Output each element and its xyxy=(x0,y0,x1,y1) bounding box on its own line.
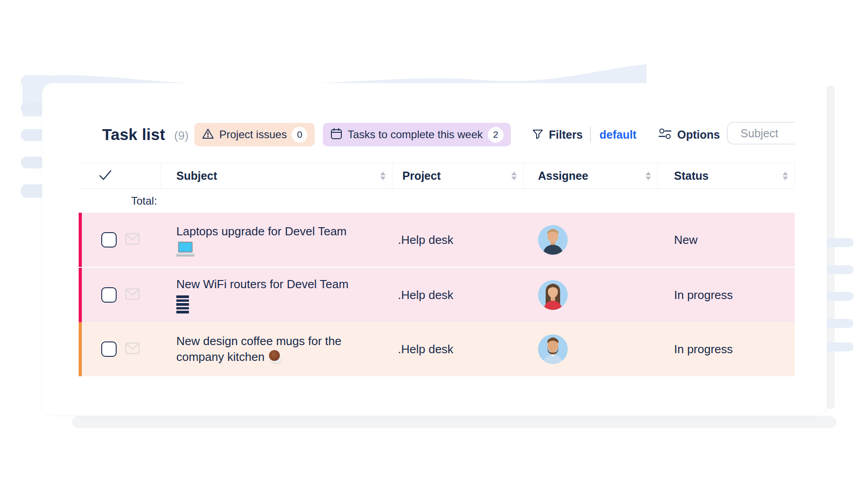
status-value: In progress xyxy=(674,341,733,357)
row-checkbox[interactable] xyxy=(101,232,117,248)
chip-count-badge: 2 xyxy=(488,127,504,143)
subject-search-input[interactable] xyxy=(727,122,795,145)
task-subject: New WiFi routers for Devel Team xyxy=(176,276,349,292)
page-title: Task list xyxy=(102,126,165,144)
subject-cell[interactable]: New design coffee mugs for the company k… xyxy=(161,322,392,376)
status-value: In progress xyxy=(674,287,733,303)
man-beard-avatar[interactable] xyxy=(538,334,568,364)
warning-triangle-icon xyxy=(202,128,214,141)
status-cell: In progress xyxy=(658,322,795,376)
task-table: Subject Project Assignee Status Total: xyxy=(79,163,795,376)
background-strip xyxy=(827,86,835,409)
total-row: Total: xyxy=(79,189,795,213)
background-shape xyxy=(827,319,854,328)
row-checkbox[interactable] xyxy=(101,341,117,357)
column-header-subject[interactable]: Subject xyxy=(161,163,392,188)
project-cell: .Help desk xyxy=(392,268,524,322)
table-row[interactable]: New design coffee mugs for the company k… xyxy=(79,322,795,376)
sort-arrows-icon[interactable] xyxy=(646,172,651,180)
default-filter-link[interactable]: default xyxy=(599,123,637,146)
laptop-icon xyxy=(176,242,194,257)
column-header-project[interactable]: Project xyxy=(392,163,524,188)
project-cell: .Help desk xyxy=(392,213,524,267)
filters-label: Filters xyxy=(549,128,583,141)
background-shape xyxy=(827,342,854,351)
table-row[interactable]: New WiFi routers for Devel Team .Help de… xyxy=(79,267,795,322)
row-checkbox[interactable] xyxy=(101,287,117,303)
subject-cell[interactable]: Laptops upgrade for Devel Team xyxy=(161,213,392,267)
search-field-wrapper xyxy=(727,122,795,147)
project-name: .Help desk xyxy=(398,232,453,248)
project-name: .Help desk xyxy=(398,341,453,357)
select-all-header[interactable] xyxy=(79,163,161,188)
signal-bars-icon xyxy=(176,294,349,313)
background-shape xyxy=(827,292,854,301)
coffee-icon xyxy=(268,350,282,364)
sort-arrows-icon[interactable] xyxy=(380,172,386,180)
task-count: (9) xyxy=(174,129,189,143)
woman-long-hair-avatar[interactable] xyxy=(538,280,568,310)
total-label: Total: xyxy=(131,195,157,207)
task-list-screen: Task list (9) Project issues 0 Tasks to … xyxy=(0,0,868,486)
assignee-cell xyxy=(524,213,658,267)
sort-arrows-icon[interactable] xyxy=(511,172,517,180)
envelope-icon[interactable] xyxy=(125,288,140,302)
chip-label: Tasks to complete this week xyxy=(348,128,483,141)
task-subject: Laptops upgrade for Devel Team xyxy=(176,224,347,239)
card-shadow xyxy=(72,416,836,428)
task-list-card: Task list (9) Project issues 0 Tasks to … xyxy=(42,83,827,415)
tasks-this-week-chip[interactable]: Tasks to complete this week 2 xyxy=(323,123,511,146)
filters-button[interactable]: Filters xyxy=(532,123,583,146)
background-shape xyxy=(21,129,43,141)
background-shape xyxy=(21,184,43,198)
background-shape xyxy=(827,238,854,247)
header-divider xyxy=(590,126,591,143)
table-header-row: Subject Project Assignee Status xyxy=(79,163,795,189)
column-header-status[interactable]: Status xyxy=(658,163,795,188)
assignee-cell xyxy=(524,268,658,322)
assignee-cell xyxy=(524,322,658,376)
checkmark-icon xyxy=(99,169,112,183)
background-shape xyxy=(21,103,43,114)
envelope-icon[interactable] xyxy=(125,233,140,247)
sort-arrows-icon[interactable] xyxy=(783,172,788,180)
envelope-icon[interactable] xyxy=(125,342,140,356)
options-button[interactable]: Options xyxy=(658,123,720,146)
task-subject: New design coffee mugs for the company k… xyxy=(176,333,375,365)
man-short-hair-avatar[interactable] xyxy=(538,225,568,255)
subject-cell[interactable]: New WiFi routers for Devel Team xyxy=(161,268,392,322)
project-name: .Help desk xyxy=(398,287,453,303)
status-value: New xyxy=(674,232,698,248)
project-cell: .Help desk xyxy=(392,322,524,376)
status-cell: In progress xyxy=(658,268,795,322)
page-title-group: Task list (9) xyxy=(102,123,189,146)
chip-count-badge: 0 xyxy=(292,127,307,143)
options-label: Options xyxy=(677,128,720,141)
background-shape xyxy=(21,157,43,168)
table-row[interactable]: Laptops upgrade for Devel Team .Help des… xyxy=(79,213,795,267)
sliders-icon xyxy=(658,127,672,142)
project-issues-chip[interactable]: Project issues 0 xyxy=(194,123,315,146)
column-header-assignee[interactable]: Assignee xyxy=(524,163,658,188)
funnel-icon xyxy=(532,128,544,142)
background-shape xyxy=(827,265,854,274)
status-cell: New xyxy=(658,213,795,267)
calendar-icon xyxy=(330,127,343,142)
chip-label: Project issues xyxy=(219,128,287,141)
